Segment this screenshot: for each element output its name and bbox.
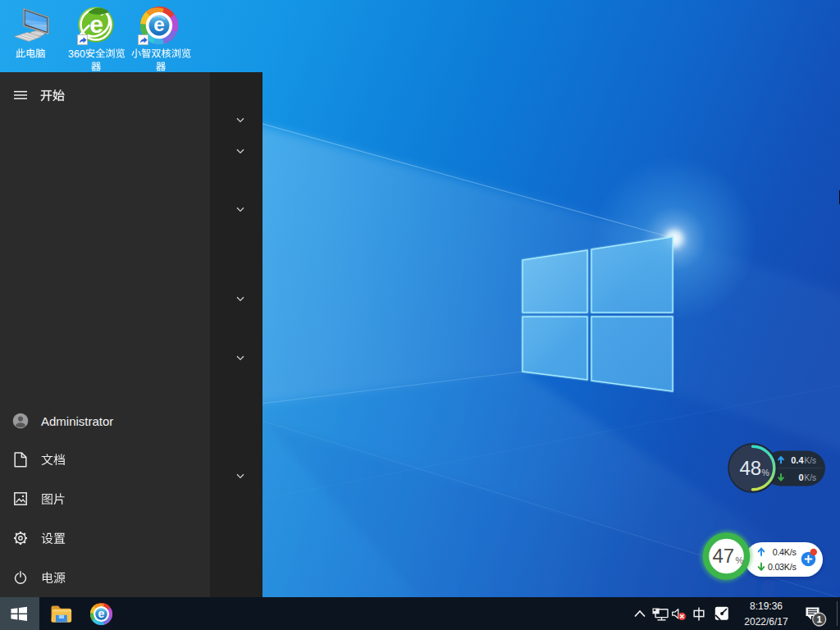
svg-text:e: e xyxy=(153,13,164,35)
svg-text:48: 48 xyxy=(740,457,762,479)
svg-text:360: 360 xyxy=(68,48,85,59)
svg-text:0.4K/s: 0.4K/s xyxy=(773,547,797,557)
svg-text:%: % xyxy=(762,468,769,477)
svg-text:0.03K/s: 0.03K/s xyxy=(768,562,797,572)
svg-text:0: 0 xyxy=(798,472,803,482)
svg-text:e: e xyxy=(98,607,105,620)
svg-text:K/s: K/s xyxy=(805,473,816,482)
svg-text:K/s: K/s xyxy=(805,456,816,465)
svg-text:47: 47 xyxy=(713,545,735,567)
svg-text:0.4: 0.4 xyxy=(791,455,804,465)
svg-text:e: e xyxy=(89,11,103,38)
svg-text:1: 1 xyxy=(816,614,822,624)
svg-text:%: % xyxy=(736,555,744,565)
